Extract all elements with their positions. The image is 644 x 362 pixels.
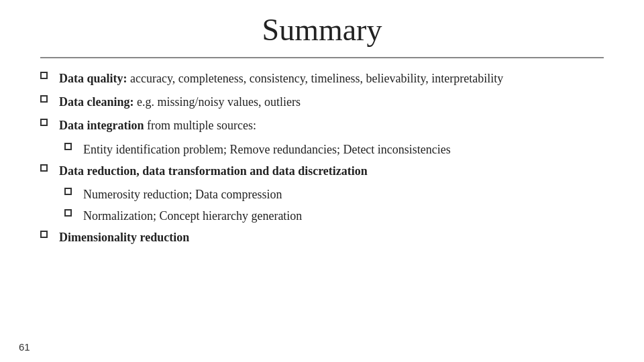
bullet-item-3: Entity identification problem; Remove re… xyxy=(64,141,604,158)
bullet-square-icon-5 xyxy=(64,188,72,195)
bullet-item-4: Data reduction, data transformation and … xyxy=(40,163,604,180)
bullet-marker-1 xyxy=(40,94,59,103)
bullet-marker-7 xyxy=(40,229,59,238)
bullet-normal-3: Entity identification problem; Remove re… xyxy=(83,143,451,156)
bullet-text-7: Dimensionality reduction xyxy=(59,229,604,246)
bullet-text-5: Numerosity reduction; Data compression xyxy=(83,186,604,203)
page-number: 61 xyxy=(19,341,30,353)
bullet-marker-2 xyxy=(40,117,59,126)
bullet-bold-7: Dimensionality reduction xyxy=(59,231,189,244)
bullet-marker-4 xyxy=(40,163,59,172)
bullet-normal-1: e.g. missing/noisy values, outliers xyxy=(134,95,301,109)
bullet-bold-1: Data cleaning: xyxy=(59,95,134,109)
bullet-square-icon-6 xyxy=(64,209,72,217)
bullet-text-2: Data integration from multiple sources: xyxy=(59,117,604,134)
title-area: Summary xyxy=(40,0,604,54)
bullet-normal-5: Numerosity reduction; Data compression xyxy=(83,188,282,201)
divider xyxy=(40,57,604,58)
bullet-square-icon-7 xyxy=(40,231,48,238)
bullet-square-icon-4 xyxy=(40,164,48,172)
bullet-square-icon-3 xyxy=(64,143,72,150)
bullet-normal-6: Normalization; Concept hierarchy generat… xyxy=(83,209,302,223)
bullet-bold-2: Data integration xyxy=(59,119,144,132)
bullet-item-5: Numerosity reduction; Data compression xyxy=(64,186,604,203)
bullet-text-3: Entity identification problem; Remove re… xyxy=(83,141,604,158)
bullet-text-6: Normalization; Concept hierarchy generat… xyxy=(83,208,604,225)
bullet-marker-0 xyxy=(40,70,59,79)
bullet-bold-0: Data quality: xyxy=(59,72,127,85)
bullet-square-icon-0 xyxy=(40,72,48,79)
bullet-marker-3 xyxy=(64,141,83,150)
bullet-text-1: Data cleaning: e.g. missing/noisy values… xyxy=(59,94,604,111)
bullet-normal-0: accuracy, completeness, consistency, tim… xyxy=(127,72,504,85)
bullet-marker-6 xyxy=(64,208,83,217)
bullet-text-0: Data quality: accuracy, completeness, co… xyxy=(59,70,604,87)
bullet-bold-4: Data reduction, data transformation and … xyxy=(59,164,368,178)
bullet-item-1: Data cleaning: e.g. missing/noisy values… xyxy=(40,94,604,111)
bullet-item-2: Data integration from multiple sources: xyxy=(40,117,604,134)
bullet-item-6: Normalization; Concept hierarchy generat… xyxy=(64,208,604,225)
content-area: Data quality: accuracy, completeness, co… xyxy=(40,70,604,349)
slide: Summary Data quality: accuracy, complete… xyxy=(0,0,644,362)
bullet-square-icon-1 xyxy=(40,95,48,103)
bullet-marker-5 xyxy=(64,186,83,195)
bullet-item-7: Dimensionality reduction xyxy=(40,229,604,246)
bullet-normal-2: from multiple sources: xyxy=(144,119,256,132)
slide-title: Summary xyxy=(40,12,604,48)
bullet-item-0: Data quality: accuracy, completeness, co… xyxy=(40,70,604,87)
bullet-square-icon-2 xyxy=(40,119,48,126)
bullet-text-4: Data reduction, data transformation and … xyxy=(59,163,604,180)
